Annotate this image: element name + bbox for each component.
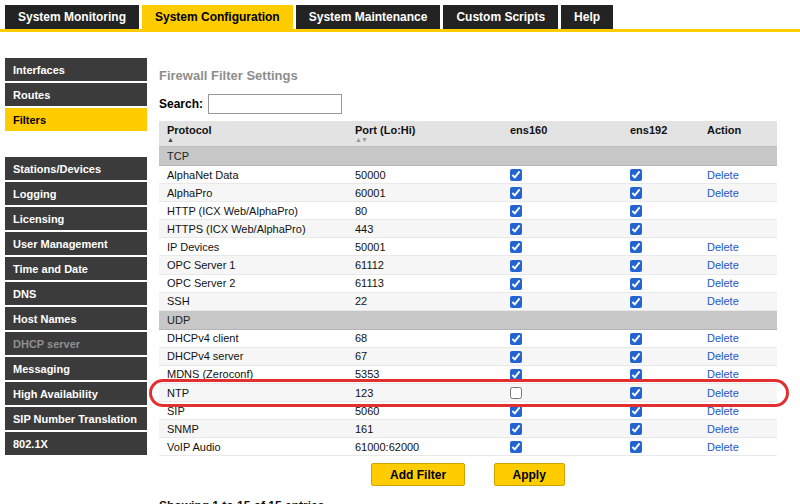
sidebar-item-filters[interactable]: Filters xyxy=(5,108,147,131)
delete-link[interactable]: Delete xyxy=(707,387,739,399)
group-label: UDP xyxy=(159,310,777,329)
column-header-ens160: ens160 xyxy=(502,121,622,147)
sidebar-item-licensing[interactable]: Licensing xyxy=(5,207,147,230)
ens192-checkbox[interactable] xyxy=(630,351,642,363)
sidebar: InterfacesRoutesFiltersStations/DevicesL… xyxy=(5,58,147,457)
ens160-cell xyxy=(502,329,622,347)
sidebar-item-dns[interactable]: DNS xyxy=(5,282,147,305)
ens192-checkbox[interactable] xyxy=(630,423,642,435)
ens160-checkbox[interactable] xyxy=(510,351,522,363)
ens160-cell xyxy=(502,347,622,365)
delete-link[interactable]: Delete xyxy=(707,277,739,289)
tab-system-configuration[interactable]: System Configuration xyxy=(142,5,293,29)
protocol-cell: NTP xyxy=(159,384,347,402)
sidebar-item-routes[interactable]: Routes xyxy=(5,83,147,106)
ens160-checkbox[interactable] xyxy=(510,369,522,381)
ens160-checkbox[interactable] xyxy=(510,405,522,417)
ens192-checkbox[interactable] xyxy=(630,369,642,381)
ens192-checkbox[interactable] xyxy=(630,296,642,308)
table-header-row: Protocol▲Port (Lo:Hi)▲▼ens160ens192Actio… xyxy=(159,121,777,147)
delete-link[interactable]: Delete xyxy=(707,259,739,271)
ens160-checkbox[interactable] xyxy=(510,423,522,435)
tab-help[interactable]: Help xyxy=(561,5,613,29)
sidebar-item-interfaces[interactable]: Interfaces xyxy=(5,58,147,81)
column-label: Port (Lo:Hi) xyxy=(355,124,415,136)
port-cell: 60001 xyxy=(347,184,502,202)
delete-link[interactable]: Delete xyxy=(707,169,739,181)
ens160-checkbox[interactable] xyxy=(510,387,522,399)
column-header-port-lo-hi[interactable]: Port (Lo:Hi)▲▼ xyxy=(347,121,502,147)
ens160-cell xyxy=(502,256,622,274)
delete-link[interactable]: Delete xyxy=(707,368,739,380)
ens160-checkbox[interactable] xyxy=(510,260,522,272)
ens192-checkbox[interactable] xyxy=(630,241,642,253)
action-cell xyxy=(699,202,777,220)
filter-row-voip-audio: VoIP Audio61000:62000Delete xyxy=(159,438,777,456)
search-label: Search: xyxy=(159,97,203,111)
action-cell: Delete xyxy=(699,438,777,456)
apply-button[interactable]: Apply xyxy=(494,463,565,486)
ens192-checkbox[interactable] xyxy=(630,187,642,199)
ens160-checkbox[interactable] xyxy=(510,241,522,253)
ens192-checkbox[interactable] xyxy=(630,405,642,417)
ens192-cell xyxy=(622,166,699,184)
ens160-checkbox[interactable] xyxy=(510,187,522,199)
delete-link[interactable]: Delete xyxy=(707,187,739,199)
ens192-checkbox[interactable] xyxy=(630,260,642,272)
ens192-cell xyxy=(622,292,699,310)
delete-link[interactable]: Delete xyxy=(707,241,739,253)
sidebar-item-stations-devices[interactable]: Stations/Devices xyxy=(5,157,147,180)
action-cell: Delete xyxy=(699,166,777,184)
ens160-checkbox[interactable] xyxy=(510,223,522,235)
search-input[interactable] xyxy=(208,94,342,114)
ens160-checkbox[interactable] xyxy=(510,169,522,181)
ens192-checkbox[interactable] xyxy=(630,169,642,181)
ens192-cell xyxy=(622,438,699,456)
top-nav: System MonitoringSystem ConfigurationSys… xyxy=(0,0,800,32)
ens192-cell xyxy=(622,202,699,220)
sidebar-item-time-and-date[interactable]: Time and Date xyxy=(5,257,147,280)
sidebar-item-messaging[interactable]: Messaging xyxy=(5,357,147,380)
ens192-checkbox[interactable] xyxy=(630,205,642,217)
action-cell: Delete xyxy=(699,238,777,256)
ens160-checkbox[interactable] xyxy=(510,441,522,453)
ens192-checkbox[interactable] xyxy=(630,333,642,345)
sidebar-item-host-names[interactable]: Host Names xyxy=(5,307,147,330)
sidebar-item-802-1x[interactable]: 802.1X xyxy=(5,432,147,455)
port-cell: 5353 xyxy=(347,365,502,383)
ens192-checkbox[interactable] xyxy=(630,441,642,453)
sidebar-item-high-availability[interactable]: High Availability xyxy=(5,382,147,405)
delete-link[interactable]: Delete xyxy=(707,405,739,417)
sidebar-item-sip-number-translation[interactable]: SIP Number Translation xyxy=(5,407,147,430)
ens192-cell xyxy=(622,347,699,365)
delete-link[interactable]: Delete xyxy=(707,350,739,362)
add-filter-button[interactable]: Add Filter xyxy=(371,463,465,486)
ens160-cell xyxy=(502,365,622,383)
delete-link[interactable]: Delete xyxy=(707,332,739,344)
column-label: ens192 xyxy=(630,124,667,136)
search-row: Search: xyxy=(159,94,790,114)
ens192-checkbox[interactable] xyxy=(630,278,642,290)
ens160-checkbox[interactable] xyxy=(510,278,522,290)
ens160-checkbox[interactable] xyxy=(510,333,522,345)
protocol-cell: MDNS (Zeroconf) xyxy=(159,365,347,383)
ens192-checkbox[interactable] xyxy=(630,387,642,399)
ens160-cell xyxy=(502,238,622,256)
ens192-checkbox[interactable] xyxy=(630,223,642,235)
tab-custom-scripts[interactable]: Custom Scripts xyxy=(443,5,558,29)
sidebar-item-user-management[interactable]: User Management xyxy=(5,232,147,255)
sidebar-gap xyxy=(5,133,147,157)
ens160-checkbox[interactable] xyxy=(510,296,522,308)
tab-system-monitoring[interactable]: System Monitoring xyxy=(5,5,139,29)
action-cell: Delete xyxy=(699,184,777,202)
sidebar-item-logging[interactable]: Logging xyxy=(5,182,147,205)
ens160-checkbox[interactable] xyxy=(510,205,522,217)
delete-link[interactable]: Delete xyxy=(707,441,739,453)
ens160-cell xyxy=(502,166,622,184)
sidebar-item-dhcp-server[interactable]: DHCP server xyxy=(5,332,147,355)
tab-system-maintenance[interactable]: System Maintenance xyxy=(296,5,441,29)
column-header-protocol[interactable]: Protocol▲ xyxy=(159,121,347,147)
filter-row-ip-devices: IP Devices50001Delete xyxy=(159,238,777,256)
delete-link[interactable]: Delete xyxy=(707,295,739,307)
delete-link[interactable]: Delete xyxy=(707,423,739,435)
